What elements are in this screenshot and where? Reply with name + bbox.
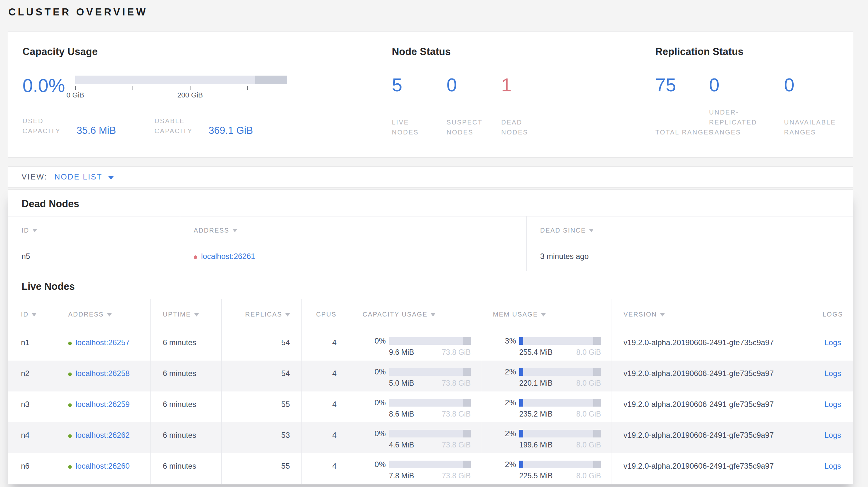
capacity-bar-reserved-segment [463,461,471,468]
memory-mini-bar [519,461,601,468]
cpus-cell: 4 [302,361,351,391]
logs-link[interactable]: Logs [824,369,841,378]
memory-bar-reserved-segment [593,399,601,407]
column-header-capacity-usage[interactable]: CAPACITY USAGE [351,299,481,330]
column-header-version[interactable]: VERSION [612,299,812,330]
chevron-down-icon [108,176,114,180]
stat-value: 0 [784,75,845,94]
stat-value: 5 [392,75,446,94]
stat-label: LIVE NODES [392,118,433,137]
cpus-cell: 4 [302,422,351,453]
capacity-usage-title: Capacity Usage [23,46,392,58]
node-address-link[interactable]: localhost:26258 [75,369,130,378]
version-cell: v19.2.0-alpha.20190606-2491-gfe735c9a97 [612,361,812,391]
capacity-usage-cell: 0% 4.6 MiB 73.8 GiB [351,422,481,453]
node-address-cell: localhost:26262 [55,422,150,453]
version-cell: v19.2.0-alpha.20190606-2491-gfe735c9a97 [612,391,812,422]
node-address-link[interactable]: localhost:26260 [75,462,130,470]
view-mode-dropdown[interactable]: NODE LIST [54,172,114,182]
mem-usage-cell: 2% 199.6 MiB 8.0 GiB [481,422,612,453]
sort-desc-icon [431,313,435,317]
logs-cell: Logs [812,391,854,422]
sort-desc-icon [541,313,546,317]
memory-bar-fill [519,337,523,345]
replicas-cell: 54 [221,330,302,361]
capacity-total-value: 73.8 GiB [442,472,471,480]
capacity-mini-bar [389,368,471,376]
capacity-mini-bar [389,461,471,468]
live-status-dot-icon [68,342,72,345]
live-node-row: n3 localhost:26259 6 minutes 55 4 0% [8,391,853,422]
memory-mini-bar [519,368,601,376]
replicas-cell: 53 [221,422,302,453]
logs-link[interactable]: Logs [824,462,841,470]
cpus-cell: 4 [302,391,351,422]
stat-value: 0 [446,75,501,94]
live-status-dot-icon [68,434,72,438]
node-address-cell: localhost:26259 [55,391,150,422]
capacity-percent: 0% [363,367,386,376]
node-address-link[interactable]: localhost:26259 [75,400,130,409]
sort-desc-icon [32,229,37,232]
sort-desc-icon [285,313,290,317]
column-header-id[interactable]: ID [8,299,55,330]
column-header-address[interactable]: ADDRESS [180,217,526,244]
logs-link[interactable]: Logs [824,400,841,409]
capacity-total-value: 73.8 GiB [442,348,471,357]
status-stat: 75 TOTAL RANGES [655,75,709,137]
used-capacity-label: USED CAPACITY [23,116,71,136]
cluster-summary-card: Capacity Usage 0.0% 0 GiB 200 GiB [8,32,853,158]
memory-used-value: 225.5 MiB [519,472,553,480]
capacity-mini-bar [389,430,471,437]
node-address-link[interactable]: localhost:26261 [201,252,255,261]
memory-percent: 3% [493,336,516,346]
stat-label: SUSPECT NODES [446,118,488,137]
status-stat: 0 UNAVAILABLE RANGES [784,75,845,137]
column-header-replicas[interactable]: REPLICAS [221,299,302,330]
memory-used-value: 255.4 MiB [519,348,553,357]
memory-mini-bar [519,399,601,407]
memory-total-value: 8.0 GiB [576,472,601,480]
replication-status-section: Replication Status 75 TOTAL RANGES 0 UND… [655,46,845,157]
node-address-link[interactable]: localhost:26257 [75,338,130,347]
status-stat: 0 UNDER-REPLICATED RANGES [709,75,784,137]
memory-percent: 2% [493,367,516,376]
capacity-bar-reserved-segment [255,75,287,84]
memory-bar-reserved-segment [593,337,601,345]
logs-link[interactable]: Logs [824,338,841,347]
node-id-cell: n2 [8,361,55,391]
node-tables-card: Dead Nodes ID ADDRESS DEAD SINCE [8,190,853,484]
capacity-total-value: 73.8 GiB [442,410,471,419]
capacity-bar-reserved-segment [463,399,471,407]
column-header-logs: LOGS [812,299,854,330]
mem-usage-cell: 2% 225.5 MiB 8.0 GiB [481,453,612,484]
memory-used-value: 199.6 MiB [519,441,553,449]
column-header-uptime[interactable]: UPTIME [150,299,221,330]
dead-nodes-title: Dead Nodes [8,190,853,216]
replicas-cell: 55 [221,391,302,422]
node-id-cell: n6 [8,453,55,484]
capacity-percent: 0% [363,460,386,469]
logs-link[interactable]: Logs [824,431,841,440]
axis-label-200gib: 200 GiB [177,91,203,99]
memory-percent: 2% [493,429,516,438]
uptime-cell: 6 minutes [150,422,221,453]
dead-nodes-header-row: ID ADDRESS DEAD SINCE [8,216,853,244]
dead-since-cell: 3 minutes ago [526,244,854,271]
node-address-link[interactable]: localhost:26262 [75,431,130,440]
column-header-mem-usage[interactable]: MEM USAGE [481,299,612,330]
node-address-cell: localhost:26260 [55,453,150,484]
column-header-id[interactable]: ID [8,217,180,244]
capacity-bar-reserved-segment [463,430,471,437]
capacity-usage-cell: 0% 5.0 MiB 73.8 GiB [351,361,481,391]
capacity-percent: 0% [363,336,386,346]
column-header-address[interactable]: ADDRESS [55,299,150,330]
capacity-percent: 0% [363,398,386,407]
live-node-row: n6 localhost:26260 6 minutes 55 4 0% [8,453,853,484]
node-address-cell: localhost:26261 [180,244,526,271]
column-header-cpus[interactable]: CPUS [302,299,351,330]
capacity-used-value: 9.6 MiB [389,348,414,357]
memory-bar-reserved-segment [593,430,601,437]
column-header-dead-since[interactable]: DEAD SINCE [526,217,854,244]
replication-stats: 75 TOTAL RANGES 0 UNDER-REPLICATED RANGE… [655,75,845,137]
